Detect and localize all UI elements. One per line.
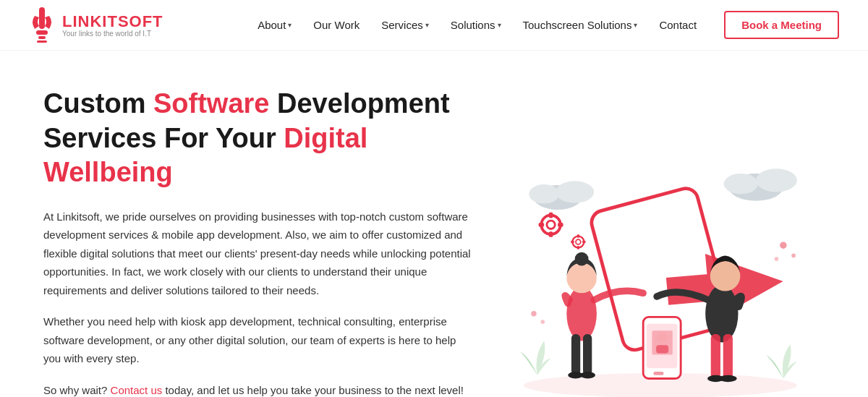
- hero-description-3: So why wait? Contact us today, and let u…: [43, 381, 473, 398]
- svg-point-25: [775, 257, 779, 261]
- hero-description-2: Whether you need help with kiosk app dev…: [43, 312, 473, 368]
- nav-our-work[interactable]: Our Work: [305, 13, 368, 37]
- hero-title: Custom Software Development Services For…: [43, 87, 473, 190]
- svg-point-18: [576, 239, 581, 244]
- hero-content: Custom Software Development Services For…: [43, 87, 473, 397]
- logo-tagline: Your links to the world of I.T: [62, 30, 163, 38]
- chevron-down-icon: ▾: [288, 21, 292, 29]
- svg-rect-14: [549, 231, 553, 237]
- nav-solutions[interactable]: Solutions ▾: [442, 13, 510, 37]
- hero-section: Custom Software Development Services For…: [0, 51, 868, 397]
- svg-point-41: [567, 263, 597, 294]
- svg-point-26: [532, 311, 537, 317]
- svg-rect-16: [539, 223, 545, 227]
- nav-contact[interactable]: Contact: [650, 13, 705, 37]
- svg-point-33: [657, 332, 668, 343]
- svg-rect-20: [577, 246, 579, 249]
- svg-rect-35: [654, 372, 664, 375]
- chevron-down-icon: ▾: [425, 21, 429, 29]
- svg-point-48: [710, 261, 741, 291]
- svg-rect-19: [577, 234, 579, 238]
- hero-description-1: At Linkitsoft, we pride ourselves on pro…: [43, 208, 473, 300]
- chevron-down-icon: ▾: [634, 21, 637, 29]
- main-nav: About ▾ Our Work Services ▾ Solutions ▾ …: [249, 11, 839, 39]
- svg-point-43: [706, 285, 739, 342]
- svg-point-7: [529, 184, 560, 203]
- svg-rect-45: [723, 334, 733, 378]
- svg-rect-21: [582, 241, 586, 243]
- hero-illustration-svg: [496, 142, 825, 397]
- svg-point-12: [547, 221, 555, 229]
- svg-point-24: [792, 254, 796, 258]
- svg-point-47: [719, 375, 737, 382]
- svg-rect-13: [549, 213, 553, 218]
- nav-about[interactable]: About ▾: [249, 13, 300, 37]
- svg-point-27: [541, 320, 545, 324]
- svg-rect-22: [571, 241, 575, 243]
- hero-illustration: [496, 142, 825, 397]
- header: LINKITSOFT Your links to the world of I.…: [0, 0, 868, 51]
- svg-point-6: [556, 181, 595, 202]
- nav-services[interactable]: Services ▾: [373, 13, 438, 37]
- svg-point-9: [757, 168, 798, 192]
- svg-rect-15: [558, 223, 563, 227]
- logo-icon: [29, 7, 55, 43]
- nav-touchscreen-solutions[interactable]: Touchscreen Solutions ▾: [514, 13, 647, 37]
- svg-rect-38: [583, 334, 592, 375]
- svg-rect-1: [36, 30, 48, 35]
- svg-point-36: [567, 286, 597, 341]
- svg-rect-2: [38, 36, 46, 39]
- svg-rect-37: [571, 334, 580, 375]
- logo[interactable]: LINKITSOFT Your links to the world of I.…: [29, 7, 163, 43]
- svg-rect-3: [37, 40, 47, 43]
- logo-name: LINKITSOFT: [62, 12, 163, 31]
- svg-rect-0: [39, 7, 45, 29]
- book-meeting-button[interactable]: Book a Meeting: [724, 11, 839, 39]
- svg-rect-44: [711, 334, 720, 378]
- svg-point-10: [724, 174, 758, 194]
- svg-point-23: [780, 242, 787, 248]
- svg-point-42: [575, 252, 589, 266]
- logo-text: LINKITSOFT Your links to the world of I.…: [62, 12, 163, 38]
- svg-point-40: [581, 372, 596, 378]
- contact-us-link[interactable]: Contact us: [111, 384, 163, 396]
- svg-point-11: [542, 215, 561, 234]
- svg-point-17: [573, 236, 584, 248]
- svg-rect-34: [657, 345, 669, 353]
- chevron-down-icon: ▾: [498, 21, 501, 29]
